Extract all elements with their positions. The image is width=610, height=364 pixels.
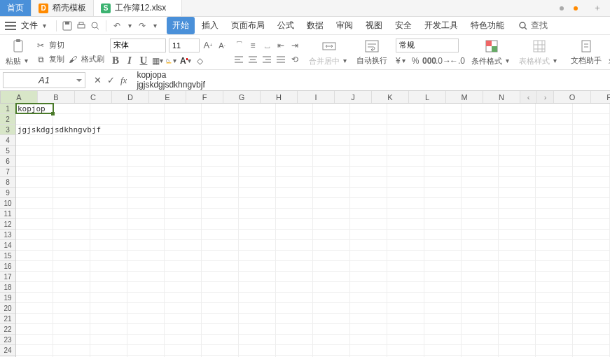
format-painter-button[interactable]: 🖌格式刷 (67, 54, 104, 65)
col-nav-icon[interactable]: › (537, 91, 554, 103)
align-justify-icon[interactable] (275, 54, 286, 65)
col-header-G[interactable]: G (223, 91, 261, 103)
cell[interactable] (573, 293, 610, 302)
cell[interactable] (90, 156, 127, 166)
cell[interactable] (424, 135, 462, 145)
cell[interactable] (53, 209, 90, 218)
cell[interactable] (350, 188, 387, 197)
cell[interactable] (53, 251, 90, 260)
cell[interactable] (424, 272, 462, 281)
cell[interactable] (424, 261, 462, 271)
cell[interactable] (90, 303, 127, 313)
col-header-E[interactable]: E (149, 91, 186, 103)
row-header[interactable]: 15 (0, 251, 15, 261)
cell[interactable] (573, 314, 610, 323)
app-menu-icon[interactable] (4, 20, 17, 32)
row-header[interactable]: 8 (0, 177, 15, 188)
cell[interactable] (90, 188, 127, 197)
cell[interactable] (276, 125, 313, 134)
cell[interactable] (276, 272, 313, 281)
cell[interactable] (276, 177, 313, 187)
cell[interactable] (165, 251, 202, 260)
cell[interactable] (573, 209, 610, 218)
cut-button[interactable]: ✂剪切 (35, 40, 104, 51)
col-header-I[interactable]: I (298, 91, 335, 103)
cell[interactable] (239, 104, 276, 113)
cell[interactable] (127, 167, 165, 176)
cell[interactable] (53, 282, 90, 292)
cell[interactable] (462, 219, 499, 229)
cell[interactable] (424, 314, 462, 323)
cell[interactable] (387, 230, 424, 239)
cell[interactable] (202, 177, 239, 187)
cell[interactable] (462, 167, 499, 176)
cell[interactable] (462, 177, 499, 187)
row-header[interactable]: 3 (0, 125, 15, 135)
underline-button[interactable]: U (138, 55, 149, 66)
font-color-button[interactable]: A▾ (180, 55, 191, 66)
cell[interactable] (536, 261, 573, 271)
cell[interactable] (313, 345, 350, 355)
cell[interactable] (313, 114, 350, 124)
cell[interactable] (350, 272, 387, 281)
cell[interactable] (202, 219, 239, 229)
decimal-dec-icon[interactable]: ←.0 (452, 55, 463, 66)
sum-button[interactable]: 求和▾ (606, 38, 610, 66)
cell[interactable] (127, 314, 165, 323)
cell[interactable] (239, 114, 276, 124)
font-name-select[interactable] (110, 38, 166, 52)
cell[interactable] (53, 293, 90, 302)
redo-chevron-icon[interactable]: ▾ (150, 20, 160, 31)
cancel-edit-icon[interactable]: ✕ (94, 75, 102, 85)
print-icon[interactable] (75, 20, 88, 32)
cell[interactable] (313, 167, 350, 176)
cell[interactable] (462, 261, 499, 271)
cell[interactable] (276, 230, 313, 239)
cell[interactable] (387, 272, 424, 281)
cell[interactable] (350, 198, 387, 208)
cell[interactable] (536, 156, 573, 166)
cell[interactable] (239, 282, 276, 292)
cell[interactable] (499, 219, 536, 229)
cell[interactable] (90, 293, 127, 302)
cell[interactable] (499, 356, 536, 357)
cell[interactable] (16, 177, 53, 187)
cell[interactable] (53, 135, 90, 145)
cell[interactable] (573, 156, 610, 166)
cell[interactable] (387, 104, 424, 113)
cell[interactable] (165, 345, 202, 355)
cell[interactable] (53, 324, 90, 334)
cell[interactable] (462, 303, 499, 313)
cell[interactable] (462, 146, 499, 155)
cell[interactable] (350, 219, 387, 229)
cell[interactable] (16, 335, 53, 344)
tab-start[interactable]: 开始 (167, 17, 195, 34)
cell[interactable] (202, 167, 239, 176)
cell[interactable] (387, 282, 424, 292)
cell[interactable] (536, 125, 573, 134)
cell[interactable] (499, 156, 536, 166)
align-center-icon[interactable] (247, 54, 258, 65)
cell[interactable] (127, 324, 165, 334)
row-header[interactable]: 11 (0, 209, 15, 219)
cell[interactable] (90, 230, 127, 239)
cell[interactable] (239, 324, 276, 334)
percent-icon[interactable]: % (410, 55, 421, 66)
cell[interactable] (573, 125, 610, 134)
cell[interactable] (276, 146, 313, 155)
cell[interactable] (462, 251, 499, 260)
cell[interactable] (462, 314, 499, 323)
col-header-K[interactable]: K (372, 91, 409, 103)
cell[interactable] (499, 314, 536, 323)
row-header[interactable]: 7 (0, 167, 15, 177)
cell[interactable] (350, 230, 387, 239)
cell[interactable] (165, 219, 202, 229)
cell[interactable] (53, 356, 90, 357)
cell[interactable] (462, 198, 499, 208)
tab-formula[interactable]: 公式 (272, 17, 300, 34)
cell[interactable] (350, 314, 387, 323)
cell[interactable] (16, 114, 53, 124)
cell[interactable] (350, 104, 387, 113)
cell[interactable] (573, 282, 610, 292)
cell[interactable] (424, 104, 462, 113)
